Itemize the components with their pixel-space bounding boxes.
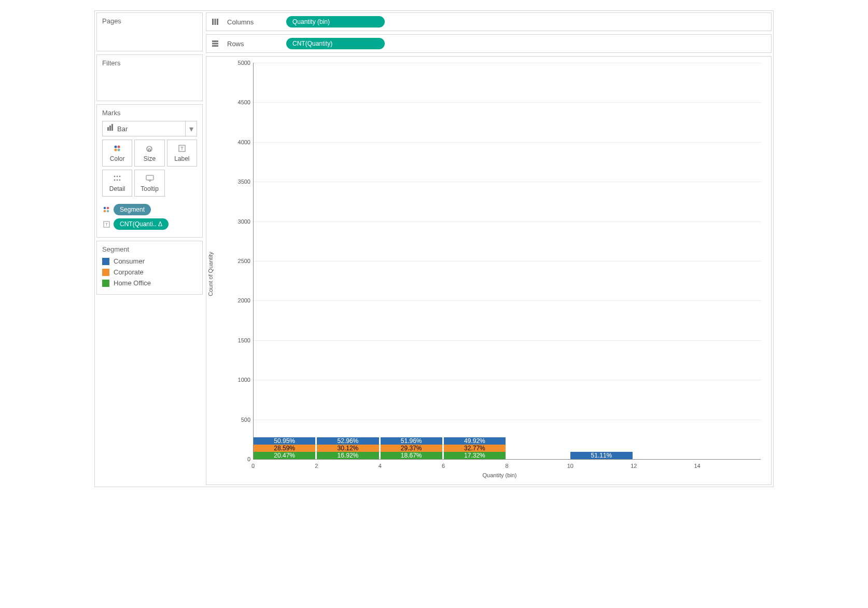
detail-label: Detail — [109, 185, 125, 192]
label-button[interactable]: T Label — [167, 140, 197, 167]
side-panels: Pages Filters Marks Bar ▾ Color — [95, 11, 204, 487]
pages-shelf[interactable]: Pages — [96, 12, 203, 51]
detail-button[interactable]: Detail — [102, 170, 132, 197]
bar-segment[interactable]: 18.67% — [381, 452, 442, 459]
y-tick: 1000 — [238, 377, 254, 383]
color-button[interactable]: Color — [102, 140, 132, 167]
bar-segment[interactable]: 28.59% — [254, 445, 315, 452]
legend-item[interactable]: Consumer — [102, 257, 197, 265]
bar-segment[interactable]: 51.96% — [381, 437, 442, 445]
segment-pill[interactable]: Segment — [114, 204, 151, 215]
size-button[interactable]: Size — [134, 140, 164, 167]
svg-point-6 — [118, 149, 120, 151]
legend-item[interactable]: Home Office — [102, 279, 197, 287]
color-dots-icon — [113, 144, 122, 153]
bar-icon — [107, 124, 114, 133]
rows-label: Rows — [227, 40, 279, 48]
pages-title: Pages — [102, 17, 197, 25]
legend-swatch — [102, 269, 109, 276]
label-icon: T — [177, 144, 187, 153]
bar-segment[interactable]: 32.77% — [444, 445, 506, 452]
svg-point-3 — [115, 146, 117, 148]
marks-pill-segment-row: Segment — [102, 204, 197, 215]
svg-point-19 — [107, 207, 109, 210]
y-tick: 3500 — [238, 178, 254, 185]
x-tick: 0 — [251, 460, 255, 469]
bar-column[interactable]: 20.47%28.59%50.95% — [254, 437, 315, 459]
legend-item[interactable]: Corporate — [102, 268, 197, 276]
columns-icon — [211, 18, 220, 25]
mark-type-select[interactable]: Bar ▾ — [102, 121, 197, 136]
mark-type-label: Bar — [117, 125, 192, 133]
columns-shelf[interactable]: Columns Quantity (bin) — [206, 12, 772, 31]
svg-point-14 — [114, 179, 116, 181]
bar-segment[interactable]: 52.96% — [317, 437, 379, 445]
cnt-pill[interactable]: CNT(Quanti.. Δ — [114, 218, 169, 230]
svg-text:T: T — [105, 222, 108, 227]
marks-card: Marks Bar ▾ Color — [96, 104, 203, 238]
svg-point-15 — [117, 179, 118, 181]
svg-point-21 — [107, 210, 109, 213]
legend-card: Segment ConsumerCorporateHome Office — [96, 241, 203, 295]
color-label: Color — [110, 155, 125, 162]
svg-rect-2 — [111, 124, 113, 131]
svg-point-18 — [104, 207, 106, 210]
label-label: Label — [174, 155, 189, 162]
y-tick: 4500 — [238, 99, 254, 105]
size-label: Size — [144, 155, 156, 162]
tooltip-icon — [145, 174, 155, 183]
legend-label: Corporate — [114, 268, 144, 276]
x-axis-label: Quantity (bin) — [239, 472, 761, 478]
filters-title: Filters — [102, 59, 197, 67]
marks-title: Marks — [102, 109, 197, 117]
svg-rect-27 — [212, 40, 218, 42]
bar-column[interactable]: 16.92%30.12%52.96% — [317, 437, 379, 459]
svg-rect-26 — [217, 19, 218, 25]
x-tick: 2 — [315, 460, 318, 469]
y-tick: 3000 — [238, 218, 254, 225]
x-tick: 4 — [379, 460, 382, 469]
rows-pill[interactable]: CNT(Quantity) — [286, 38, 385, 49]
size-icon — [145, 144, 154, 153]
columns-pill[interactable]: Quantity (bin) — [286, 16, 385, 27]
svg-point-11 — [114, 176, 116, 177]
label-icon: T — [102, 221, 110, 228]
chart-canvas: Count of Quantity 0500100015002000250030… — [206, 56, 772, 485]
x-tick: 6 — [442, 460, 445, 469]
bar-column[interactable]: 51.11% — [570, 452, 632, 459]
bar-segment[interactable]: 50.95% — [254, 437, 315, 445]
color-dots-icon — [102, 205, 110, 214]
bar-segment[interactable]: 49.92% — [444, 437, 506, 445]
bar-segment[interactable]: 16.92% — [317, 452, 379, 459]
filters-shelf[interactable]: Filters — [96, 54, 203, 101]
bar-segment[interactable]: 20.47% — [254, 452, 315, 459]
y-tick: 4000 — [238, 139, 254, 145]
bar-segment[interactable]: 30.12% — [317, 445, 379, 452]
svg-rect-29 — [212, 45, 218, 47]
bar-segment[interactable]: 17.32% — [444, 452, 506, 459]
detail-icon — [113, 174, 122, 183]
x-tick: 8 — [505, 460, 508, 469]
y-tick: 2500 — [238, 258, 254, 264]
svg-rect-28 — [212, 43, 218, 45]
chevron-down-icon[interactable]: ▾ — [185, 121, 197, 136]
svg-point-12 — [117, 176, 118, 177]
svg-rect-0 — [107, 127, 109, 131]
svg-point-13 — [119, 176, 121, 177]
x-tick: 14 — [694, 460, 701, 469]
svg-text:T: T — [180, 146, 184, 151]
bar-segment[interactable]: 29.37% — [381, 445, 442, 452]
y-axis-label: Count of Quantity — [207, 252, 214, 296]
rows-shelf[interactable]: Rows CNT(Quantity) — [206, 34, 772, 53]
bar-column[interactable]: 18.67%29.37%51.96% — [381, 437, 442, 459]
y-tick: 500 — [241, 417, 254, 423]
tooltip-button[interactable]: Tooltip — [134, 170, 164, 197]
bar-segment[interactable]: 51.11% — [570, 452, 632, 459]
svg-point-16 — [119, 179, 121, 181]
x-tick: 10 — [567, 460, 573, 469]
legend-swatch — [102, 258, 109, 265]
svg-rect-25 — [215, 19, 216, 25]
svg-point-8 — [148, 149, 150, 151]
tableau-workspace: Pages Filters Marks Bar ▾ Color — [94, 10, 774, 487]
bar-column[interactable]: 17.32%32.77%49.92% — [444, 437, 506, 459]
